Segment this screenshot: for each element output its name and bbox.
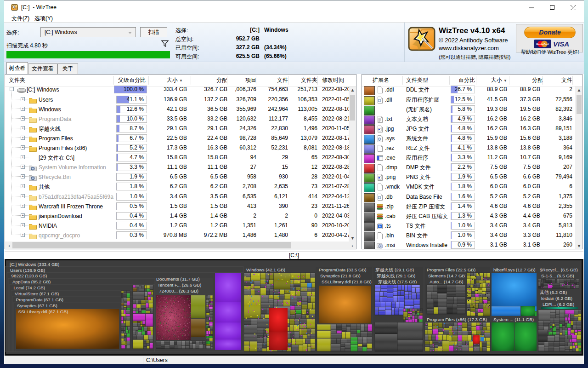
svg-text:MasterCard: MasterCard (536, 43, 549, 46)
svg-text:SSLLibrary.ddl (67.1 GB): SSLLibrary.ddl (67.1 GB) (18, 309, 68, 314)
svg-text:Siemens (14.7 GB): Siemens (14.7 GB) (428, 273, 466, 278)
svg-text:VirtualStore (67.1 GB): VirtualStore (67.1 GB) (15, 291, 59, 296)
svg-text:LDPl... (6.2 GB): LDPl... (6.2 GB) (543, 302, 574, 307)
svg-text:leidian (6.2 GB): leidian (6.2 GB) (541, 296, 572, 301)
svg-text:穿越火线 (17.5 GB): 穿越火线 (17.5 GB) (378, 279, 417, 284)
svg-text:724000... (26.3 GB): 724000... (26.3 GB) (159, 288, 198, 293)
svg-text:ProgramData (33.5 GB): ProgramData (33.5 GB) (319, 267, 366, 272)
svg-text:System ... (11.1 GB): System ... (11.1 GB) (493, 317, 534, 322)
svg-text:Synaptics (67.1 GB): Synaptics (67.1 GB) (17, 303, 57, 308)
svg-text:Program Files (22.5 GB): Program Files (22.5 GB) (427, 267, 475, 272)
svg-text:其他 (6.2 GB): 其他 (6.2 GB) (539, 290, 567, 295)
svg-text:Program Files (x86) (17.3 GB): Program Files (x86) (17.3 GB) (427, 317, 487, 322)
svg-text:Local (74.2 GB): Local (74.2 GB) (14, 285, 45, 290)
svg-text:SSLLibrary.ddl (21.8 GB): SSLLibrary.ddl (21.8 GB) (322, 279, 372, 284)
svg-text:[C:] Windows (333.4 GB): [C:] Windows (333.4 GB) (10, 262, 59, 267)
svg-text:hiberfil.sys (12.7 GB): hiberfil.sys (12.7 GB) (493, 267, 535, 272)
svg-text:Documents (31.7 GB): Documents (31.7 GB) (156, 276, 200, 282)
svg-text:ProgramData (67.1 GB): ProgramData (67.1 GB) (16, 297, 63, 302)
svg-text:穿越火线 (29.1 GB): 穿越火线 (29.1 GB) (377, 273, 415, 278)
svg-text:Windows (42.1 GB): Windows (42.1 GB) (246, 267, 285, 272)
svg-text:S-1-5... (6.5 GB): S-1-5... (6.5 GB) (541, 273, 574, 278)
svg-text:Tencent F... (26.6 GB): Tencent F... (26.6 GB) (158, 282, 201, 288)
svg-text:Users (136.9 GB): Users (136.9 GB) (10, 268, 45, 273)
svg-text:AppData (85.2 GB): AppData (85.2 GB) (12, 279, 51, 284)
svg-text:98222 (120.8 GB): 98222 (120.8 GB) (11, 273, 47, 278)
svg-text:Auto... (14.7 GB): Auto... (14.7 GB) (430, 279, 464, 284)
svg-text:$Recycl... (6.5 GB): $Recycl... (6.5 GB) (540, 267, 578, 272)
svg-text:Synaptics (21.8 GB): Synaptics (21.8 GB) (320, 273, 361, 278)
svg-text:穿越火线 (29.1 GB): 穿越火线 (29.1 GB) (375, 267, 414, 272)
